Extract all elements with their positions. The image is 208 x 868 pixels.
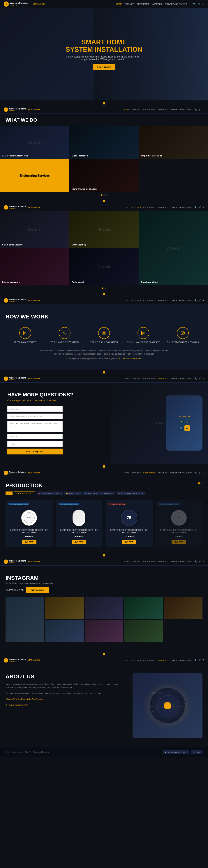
menu-icon-questions[interactable]: ☰ [203,377,204,380]
nav-home-s[interactable]: HOME [124,207,129,208]
services-pdot-2[interactable] [105,287,106,289]
insta-photo-2[interactable] [45,597,84,619]
nav-services-s[interactable]: SERVICES [132,207,141,208]
cart-icon-about[interactable]: 🛒 [199,659,201,661]
menu-icon-about[interactable]: ☰ [203,659,204,661]
menu-icon-production[interactable]: ☰ [203,472,204,474]
nav-services-prod[interactable]: SERVICES [132,472,141,474]
menu-icon-services[interactable]: ☰ [203,206,204,209]
cart-icon-hww[interactable]: 🛒 [199,299,201,302]
nav-home-ig[interactable]: HOME [124,561,129,563]
nav-delivery-s[interactable]: DELIVERY AND PAYMENT [170,207,192,208]
nav-home-wwd[interactable]: HOME [124,109,129,111]
service-card-audio[interactable]: iStock Audio Visual [69,248,138,285]
service-card-wiring[interactable]: iStock Structured Wiring [139,211,208,285]
cart-icon-questions[interactable]: 🛒 [199,377,201,380]
services-pdot-1[interactable] [102,287,103,289]
wwd-card-purifier[interactable]: Air purifier Installation [139,126,208,159]
nav-delivery-about[interactable]: DELIVERY AND PAYMENT [170,659,192,661]
nav-delivery-ig[interactable]: DELIVERY AND PAYMENT [170,561,192,563]
nav-production-s[interactable]: PRODUCTION [143,207,155,208]
insta-photo-1[interactable] [5,597,44,642]
prod-buy-button-3[interactable]: BUY NOW [122,540,136,544]
wwd-card-theater[interactable]: Home Theater Installations [69,159,139,192]
nav-services-wwd[interactable]: SERVICES [132,109,141,111]
filter-engineering[interactable]: ENGINEERING SERVICES [37,492,63,495]
nav-home[interactable]: HOME [116,3,122,5]
wwd-card-surge[interactable]: Surge Protection [69,126,139,159]
nav-production[interactable]: PRODUCTION [137,3,149,5]
questions-whatsapp-input[interactable] [7,434,63,439]
nav-about[interactable]: ABOUT US [152,3,162,5]
nav-services-q[interactable]: SERVICES [132,378,141,380]
nav-delivery-q[interactable]: DELIVERY AND PAYMENT [170,378,192,380]
filter-purifier[interactable]: AIR PURIFIER INSTALLATION [116,492,145,495]
nav-production-prod[interactable]: PRODUCTION [143,472,155,474]
nav-about-about[interactable]: ABOUT US [158,659,167,661]
nav-about-hww[interactable]: ABOUT US [158,300,167,301]
cart-icon[interactable]: 🛒 [198,3,201,5]
nav-about-q[interactable]: ABOUT US [158,378,167,380]
insta-photo-7[interactable] [85,620,124,642]
insta-photo-4[interactable] [124,597,163,619]
nav-services-about[interactable]: SERVICES [132,659,141,661]
wwd-card-troubleshooting[interactable]: iStock 24/7 Ticket troubleshooting [0,126,69,159]
pdot-1[interactable] [101,194,102,196]
search-icon-production[interactable]: 🔍 [195,472,197,474]
cart-icon-wwd[interactable]: 🛒 [199,108,201,111]
nav-delivery-hww[interactable]: DELIVERY AND PAYMENT [170,300,192,301]
nav-services-ig[interactable]: SERVICES [132,561,141,563]
search-icon[interactable]: 🔍 [193,3,196,5]
filter-smarthome[interactable]: SMART HOME [64,492,81,495]
questions-submit-button[interactable]: SEND REQUEST [7,448,63,455]
nav-about-prod[interactable]: ABOUT US [158,472,167,474]
nav-home-prod[interactable]: HOME [124,472,129,474]
filter-theater[interactable]: HOME THEATER INSTALLATIONS [83,492,115,495]
nav-production-q[interactable]: PRODUCTION [143,378,155,380]
insta-photo-6[interactable] [45,620,84,642]
service-card-lighting[interactable]: iStock Smart Lighting [69,211,138,248]
search-icon-questions[interactable]: 🔍 [195,377,197,380]
hww-link[interactable]: job done in a time manner. [117,357,142,360]
nav-production-hww[interactable]: PRODUCTION [143,300,155,301]
search-icon-hww[interactable]: 🔍 [195,299,197,302]
nav-services[interactable]: SERVICES [125,3,134,5]
cart-icon-production[interactable]: 🛒 [199,472,201,474]
wwd-card-engineering[interactable]: Engineering Services [0,159,69,192]
prod-buy-button-1[interactable]: BUY NOW [22,540,36,544]
insta-photo-3[interactable] [85,597,124,619]
filter-surge[interactable]: SURGE PROTECTION [14,492,35,495]
cart-icon-instagram[interactable]: 🛒 [199,560,201,563]
store-badge-quarat[interactable]: ▶ QUARAT: ONLINE STORE [163,750,189,754]
menu-icon-hww[interactable]: ☰ [203,299,204,302]
pdot-2[interactable] [103,194,105,196]
nav-production-about[interactable]: PRODUCTION [143,659,155,661]
prod-buy-button-2[interactable]: BUY NOW [72,540,86,544]
search-icon-instagram[interactable]: 🔍 [195,560,197,563]
menu-icon[interactable]: ☰ [202,3,204,5]
service-card-intercom[interactable]: Intercom Anyware [0,248,69,285]
questions-phone-input[interactable] [7,441,63,447]
questions-textarea[interactable] [7,421,63,432]
nav-delivery-wwd[interactable]: DELIVERY AND PAYMENT [170,109,192,111]
nav-home-hww[interactable]: HOME [124,300,129,301]
prod-buy-button-4[interactable]: BUY NOW [172,540,186,544]
nav-home-about[interactable]: HOME [124,659,129,661]
pdot-3[interactable] [106,194,107,196]
cart-icon-services[interactable]: 🛒 [199,206,201,209]
nav-delivery-prod[interactable]: DELIVERY AND PAYMENT [170,472,192,474]
filter-all[interactable]: ALL [5,492,12,495]
questions-direction-input[interactable] [7,413,63,419]
search-icon-wwd[interactable]: 🔍 [195,108,197,111]
nav-about-s[interactable]: ABOUT US [158,207,167,208]
insta-photo-8[interactable] [124,620,163,642]
nav-about-wwd[interactable]: ABOUT US [158,109,167,111]
questions-name-input[interactable] [7,406,63,412]
store-badge-istock[interactable]: 📷 iStock [191,750,203,754]
insta-photo-5[interactable] [164,597,203,619]
nav-production-wwd[interactable]: PRODUCTION [143,109,155,111]
service-card-security[interactable]: iStock Smart home Security [0,211,69,248]
nav-home-q[interactable]: HOME [124,378,129,380]
nav-production-ig[interactable]: PRODUCTION [143,561,155,563]
hero-cta-button[interactable]: READ MORE [93,64,115,70]
